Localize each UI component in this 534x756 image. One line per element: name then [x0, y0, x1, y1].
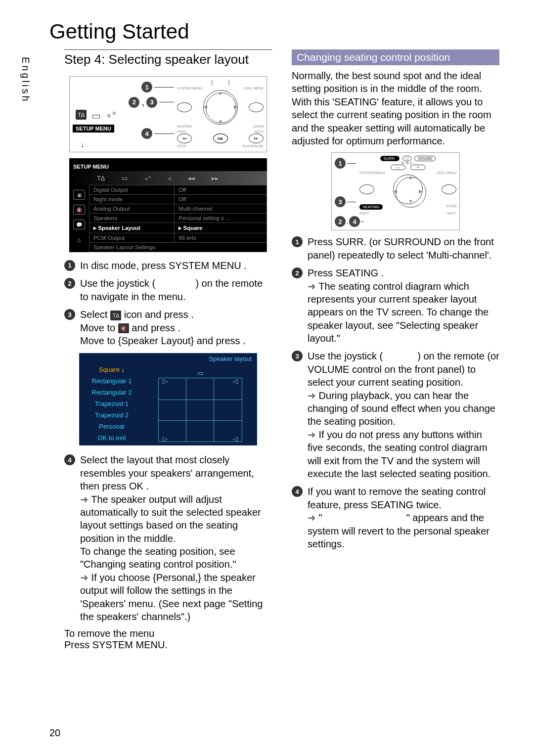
ok-button: OK: [213, 133, 228, 143]
osd-table: Digital OutputOff Night modeOff Analog O…: [89, 185, 267, 252]
right-step-3: Use the joystick () on the remote (or VO…: [292, 350, 499, 480]
osd-icon-general: ▣: [73, 190, 85, 200]
r-joystick-icon: ▲▼◀▶: [393, 175, 423, 204]
next-label: NEXT: [254, 130, 264, 133]
r-system-menu-button: [359, 184, 374, 194]
tab-icon: T∆: [76, 110, 87, 120]
r-callout-3: 3: [335, 196, 346, 207]
mute-icon: 🔇: [118, 323, 129, 333]
language-tab: English: [20, 57, 31, 103]
left-step-4: Select the layout that most closely rese…: [64, 453, 272, 623]
right-step-4: If you want to remove the seating contro…: [292, 485, 499, 550]
right-step-2: Press SEATING . The seating control diag…: [292, 267, 499, 345]
osd-icon-audio: 🔇: [73, 205, 85, 215]
seating-label: SEATING: [177, 125, 192, 128]
callout-3: 3: [146, 97, 157, 108]
square-button-icon: □: [402, 156, 412, 161]
osd-screenshot: SETUP MENU T∆ ▭ ∘° ◃ ◂◂ ▸▸ ▣ 🔇 💬 △ Digit…: [69, 158, 267, 252]
callout-2: 2: [129, 97, 139, 108]
system-menu-label: SYSTEM MENU: [177, 87, 202, 90]
layout-opt-personal: Personal: [80, 421, 144, 432]
next-button: ▸▸: [249, 133, 264, 143]
layout-opt-ok: OK to exit: [80, 432, 144, 444]
speaker-setup-icon: T∆: [110, 311, 121, 320]
layout-opt-rect2: Rectangular 2: [80, 387, 144, 398]
prev-button: ◂◂: [177, 133, 192, 143]
layout-opt-trap1: Trapezoid 1: [80, 398, 144, 409]
left-step-3: Select T∆ icon and press . Move to 🔇 and…: [64, 308, 272, 347]
r-callout-1: 1: [335, 158, 346, 169]
page-number: 20: [49, 727, 60, 739]
remove-menu-title: To remove the menu: [64, 628, 272, 639]
layout-opt-trap2: Trapezoid 2: [80, 409, 144, 421]
surr-button-icon: SURR.: [380, 156, 400, 161]
speaker-fl-icon: ▷: [163, 377, 168, 385]
remote-diagram-left: 1 2 , 3 T∆ ▭ ∘° SETUP MENU 4 ↓: [69, 76, 267, 152]
r-callout-2: 2: [335, 216, 346, 227]
speaker-layout-diagram: Speaker layout Square ↓ Rectangular 1 Re…: [79, 353, 257, 445]
speaker-rl-icon: ▷: [163, 435, 168, 443]
page-title: Getting Started: [49, 20, 189, 44]
r-callout-4: 4: [349, 216, 360, 227]
prev-label: PREV: [177, 130, 186, 133]
vol-plus-icon: +: [410, 165, 425, 170]
setup-menu-label: SETUP MENU: [73, 125, 114, 133]
speaker-fr-icon: ◁: [233, 377, 238, 385]
callout-4: 4: [141, 128, 152, 139]
r-disc-menu-button: [442, 184, 456, 194]
joystick-icon: ▲▼◀▶: [203, 90, 238, 125]
left-step-2: Use the joystick ( ) on the remote to na…: [64, 277, 272, 303]
zoom-label: ZOOM: [253, 125, 264, 128]
remove-menu-instruction: Press SYSTEM MENU.: [64, 639, 272, 651]
left-step-1: In disc mode, press SYSTEM MENU .: [64, 259, 272, 272]
layout-title: Speaker layout: [80, 354, 257, 364]
layout-opt-rect1: Rectangular 1: [80, 375, 144, 387]
speaker-c-icon: ▭: [197, 369, 203, 377]
osd-icon-subtitle: 💬: [73, 220, 85, 229]
section-heading: Changing seating control position: [292, 49, 499, 65]
right-step-1: Press SURR. (or SURROUND on the front pa…: [292, 235, 499, 262]
sound-button-icon: SOUND: [414, 156, 436, 161]
speaker-rr-icon: ◁: [233, 435, 238, 443]
vol-minus-icon: —: [391, 165, 405, 170]
disc-menu-button: [249, 102, 264, 112]
step-heading: Step 4: Selecting speaker layout: [64, 49, 272, 67]
section-intro: Normally, the best sound spot and the id…: [292, 69, 499, 147]
system-menu-button: [177, 102, 192, 112]
remote-diagram-right: 1 3 2,4 SURR. □ SOUND VOL — + SYSTEM MEN…: [331, 152, 460, 230]
layout-opt-square: Square ↓: [80, 364, 144, 375]
osd-icon-misc: △: [73, 234, 85, 244]
osd-setup-label: SETUP MENU: [69, 162, 113, 171]
seating-button-icon: SEATING: [359, 204, 383, 210]
disc-menu-label: DISC MENU: [244, 87, 264, 90]
callout-1: 1: [141, 82, 152, 92]
